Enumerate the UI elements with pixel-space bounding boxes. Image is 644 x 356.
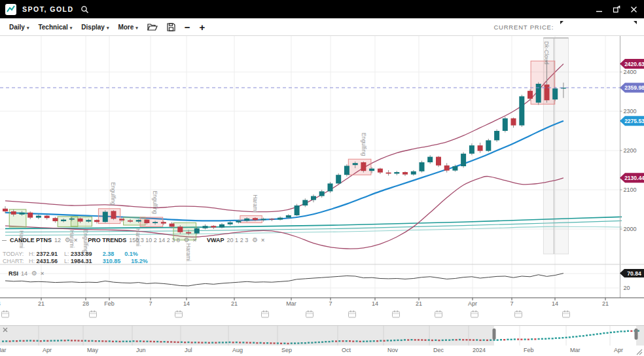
current-price-label: CURRENT PRICE:	[493, 24, 554, 31]
navigator-month-label: Aug	[232, 347, 243, 353]
pattern-box-engulfing	[348, 159, 371, 175]
remove-indicator-icon[interactable]: ×	[41, 270, 44, 277]
open-folder-icon[interactable]	[147, 23, 158, 31]
svg-text:2200: 2200	[624, 147, 637, 154]
price-axis[interactable]: 240023002200210020002420.632359.982275.5…	[620, 36, 644, 298]
bid-price-badge: 2359.68	[560, 21, 596, 33]
svg-text:2130.44: 2130.44	[624, 175, 644, 181]
navigator-month-label: Dec	[433, 347, 444, 353]
pattern-box-engulfing	[98, 209, 120, 224]
candlestick-series	[3, 60, 566, 235]
event-calendar-icon[interactable]	[306, 311, 313, 318]
time-axis[interactable]: 142128Feb71421Mar71421Apr71421	[0, 298, 644, 317]
trading-app-window: SPOT, GOLD Daily▾ Technical▾ Display▾ Mo…	[0, 0, 644, 356]
navigator-handle-left[interactable]	[493, 329, 496, 340]
navigator-month-label: Oct	[342, 347, 351, 353]
chevron-down-icon: ▾	[107, 26, 109, 30]
pattern-box-engulfing	[140, 217, 163, 226]
save-icon[interactable]	[167, 23, 175, 31]
gear-icon[interactable]: ⚙	[31, 270, 37, 277]
svg-text:7: 7	[329, 300, 332, 307]
rsi-pane: 70.8420	[0, 264, 644, 291]
menu-technical[interactable]: Technical▾	[38, 24, 72, 31]
pattern-label: Engulfing	[361, 133, 367, 156]
event-calendar-icon[interactable]	[393, 311, 400, 318]
menu-display[interactable]: Display▾	[81, 24, 109, 31]
svg-text:2420.63: 2420.63	[624, 61, 644, 67]
vwap-lines	[5, 217, 622, 235]
event-calendar-icon[interactable]	[2, 311, 9, 318]
svg-text:2400: 2400	[624, 69, 637, 75]
event-calendar-icon[interactable]	[262, 311, 269, 318]
title-bar: SPOT, GOLD	[0, 0, 644, 18]
svg-text:2359.98: 2359.98	[624, 84, 644, 91]
svg-text:14: 14	[0, 300, 1, 307]
gear-icon[interactable]: ⚙	[252, 236, 258, 243]
event-calendar-icon[interactable]	[515, 311, 522, 318]
navigator-month-label: Apr	[614, 347, 623, 353]
svg-text:14: 14	[183, 300, 190, 307]
navigator-masked-left	[0, 326, 494, 346]
event-calendar-icon[interactable]	[349, 311, 356, 318]
navigator-month-label: Jun	[136, 347, 146, 353]
navigator-month-label: Mar	[570, 347, 581, 353]
gear-icon[interactable]: ⚙	[65, 236, 71, 243]
svg-text:7: 7	[149, 300, 152, 307]
remove-indicator-icon[interactable]: ×	[74, 237, 77, 243]
zoom-out-button[interactable]: −	[185, 22, 190, 32]
today-stats-row: TODAY:H: 2372.91L: 2333.892.380.1%	[3, 251, 138, 257]
legend-collapse-dash[interactable]	[2, 240, 7, 241]
remove-indicator-icon[interactable]: ×	[193, 237, 196, 243]
navigator-month-label: Mar	[0, 347, 7, 353]
pattern-label: Engulfing	[152, 191, 158, 215]
ask-price-badge: 2360.28	[601, 21, 637, 33]
price-chart-canvas[interactable]: HaramiHaramiEngulfingEngulfingHaramiEngu…	[0, 36, 644, 325]
event-calendar-icon[interactable]	[435, 311, 442, 318]
menu-daily[interactable]: Daily▾	[9, 24, 29, 31]
chevron-down-icon: ▾	[70, 26, 73, 30]
svg-text:14: 14	[372, 300, 378, 307]
svg-text:21: 21	[602, 300, 609, 307]
navigator-month-label: Apr	[43, 347, 52, 353]
svg-text:20: 20	[624, 285, 630, 291]
navigator-handle-right[interactable]	[635, 329, 638, 340]
moving-average-line	[5, 121, 564, 221]
pattern-label: Engulfing	[110, 182, 116, 205]
svg-text:14: 14	[552, 300, 558, 307]
svg-text:2300: 2300	[624, 108, 637, 115]
pattern-box-harami	[240, 216, 262, 223]
event-calendar-icon[interactable]	[471, 311, 478, 318]
event-calendar-icon[interactable]	[175, 311, 183, 318]
symbol-title: SPOT, GOLD	[22, 5, 74, 13]
pattern-label: Harami	[252, 194, 259, 213]
rsi-legend: RSI14⚙×	[9, 270, 44, 277]
chart-stats-row: CHART:H: 2431.56L: 1984.31310.8515.2%	[3, 258, 148, 264]
svg-text:21: 21	[38, 300, 45, 307]
close-icon[interactable]	[630, 6, 637, 13]
timeline-navigator[interactable]: MarAprMayJunJulAugSepOctNovDec2024FebMar…	[0, 325, 644, 356]
menu-more[interactable]: More▾	[118, 24, 137, 31]
resize-handle-icon[interactable]	[637, 349, 642, 355]
event-calendar-icon[interactable]	[563, 311, 570, 318]
navigator-month-label: Jul	[185, 347, 192, 353]
navigator-month-label: 2024	[473, 347, 486, 353]
svg-text:70.84: 70.84	[627, 270, 641, 277]
event-calendar-icon[interactable]	[90, 311, 97, 318]
gear-icon[interactable]: ⚙	[184, 236, 190, 243]
pattern-label: Harami	[185, 243, 192, 262]
restore-icon[interactable]	[613, 5, 620, 13]
zoom-in-button[interactable]: +	[200, 22, 206, 32]
search-icon[interactable]	[80, 5, 89, 14]
svg-text:2100: 2100	[624, 187, 637, 193]
svg-text:Mar: Mar	[286, 300, 296, 307]
svg-text:21: 21	[231, 300, 238, 307]
indicator-legend: CANDLE PTNS12⚙×PRO TRENDS150 3 10 2 14 2…	[2, 236, 264, 243]
svg-text:21: 21	[416, 300, 422, 307]
minimize-icon[interactable]	[596, 6, 603, 13]
app-logo-icon	[5, 4, 16, 15]
navigator-month-label: Feb	[524, 347, 534, 353]
svg-text:28: 28	[82, 300, 89, 307]
chevron-down-icon: ▾	[135, 26, 138, 30]
remove-indicator-icon[interactable]: ×	[261, 237, 264, 243]
svg-text:2275.53: 2275.53	[624, 118, 644, 124]
